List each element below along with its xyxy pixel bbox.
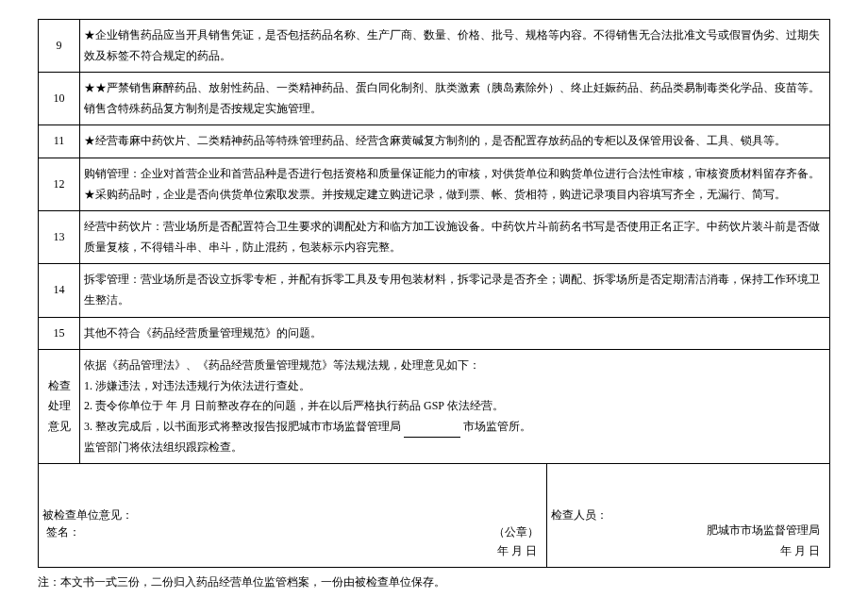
- seal-label: （公章）: [493, 523, 539, 543]
- row-content: 其他不符合《药品经营质量管理规范》的问题。: [80, 317, 830, 350]
- row-number: 14: [39, 264, 80, 317]
- opinion-label-cell: 检查处理意见: [39, 350, 80, 464]
- opinion-line-3: 3. 整改完成后，以书面形式将整改报告报肥城市市场监督管理局 市场监管所。: [84, 417, 826, 438]
- table-row: 12购销管理：企业对首营企业和首营品种是否进行包括资格和质量保证能力的审核，对供…: [39, 158, 830, 210]
- row-content: ★★严禁销售麻醉药品、放射性药品、一类精神药品、蛋白同化制剂、肽类激素（胰岛素除…: [80, 73, 830, 125]
- row-number: 9: [39, 20, 80, 73]
- agency-name: 肥城市市场监督管理局: [707, 521, 820, 541]
- agency-date: 年 月 日: [707, 541, 820, 562]
- row-number: 15: [39, 317, 80, 350]
- table-row: 13经营中药饮片：营业场所是否配置符合卫生要求的调配处方和临方加工设施设备。中药…: [39, 211, 830, 264]
- opinion-line-2: 2. 责令你单位于 年 月 日前整改存在的问题，并在以后严格执行药品 GSP 依…: [84, 396, 826, 417]
- checked-unit-opinion-cell: 被检查单位意见： 签名： （公章） 年 月 日: [39, 464, 547, 568]
- opinion-line-4: 监管部门将依法组织跟踪检查。: [84, 438, 826, 458]
- footnote: 注：本文书一式三份，二份归入药品经营单位监管档案，一份由被检查单位保存。: [38, 573, 830, 591]
- table-row: 14拆零管理：营业场所是否设立拆零专柜，并配有拆零工具及专用包装材料，拆零记录是…: [39, 264, 830, 317]
- inspector-cell: 检查人员： 肥城市市场监督管理局 年 月 日: [547, 464, 830, 568]
- row-number: 10: [39, 73, 80, 125]
- row-number: 12: [39, 158, 80, 210]
- table-row: 15其他不符合《药品经营质量管理规范》的问题。: [39, 317, 830, 350]
- table-row: 10★★严禁销售麻醉药品、放射性药品、一类精神药品、蛋白同化制剂、肽类激素（胰岛…: [39, 73, 830, 125]
- row-content: 购销管理：企业对首营企业和首营品种是否进行包括资格和质量保证能力的审核，对供货单…: [80, 158, 830, 210]
- table-row: 9★企业销售药品应当开具销售凭证，是否包括药品名称、生产厂商、数量、价格、批号、…: [39, 20, 830, 73]
- row-number: 13: [39, 211, 80, 264]
- blank-underline: [404, 424, 460, 438]
- row-content: ★经营毒麻中药饮片、二类精神药品等特殊管理药品、经营含麻黄碱复方制剂的，是否配置…: [80, 125, 830, 158]
- row-content: 拆零管理：营业场所是否设立拆零专柜，并配有拆零工具及专用包装材料，拆零记录是否齐…: [80, 264, 830, 317]
- table-row: 11★经营毒麻中药饮片、二类精神药品等特殊管理药品、经营含麻黄碱复方制剂的，是否…: [39, 125, 830, 158]
- row-number: 11: [39, 125, 80, 158]
- row-content: ★企业销售药品应当开具销售凭证，是否包括药品名称、生产厂商、数量、价格、批号、规…: [80, 20, 830, 73]
- sign-label: 签名：: [46, 523, 80, 543]
- opinion-line-1: 1. 涉嫌违法，对违法违规行为依法进行查处。: [84, 376, 826, 397]
- unit-date: 年 月 日: [497, 541, 537, 562]
- opinion-line-0: 依据《药品管理法》、《药品经营质量管理规范》等法规法规，处理意见如下：: [84, 356, 826, 376]
- row-content: 经营中药饮片：营业场所是否配置符合卫生要求的调配处方和临方加工设施设备。中药饮片…: [80, 211, 830, 264]
- inspection-table: 9★企业销售药品应当开具销售凭证，是否包括药品名称、生产厂商、数量、价格、批号、…: [38, 19, 830, 568]
- opinion-content: 依据《药品管理法》、《药品经营质量管理规范》等法规法规，处理意见如下： 1. 涉…: [80, 350, 830, 464]
